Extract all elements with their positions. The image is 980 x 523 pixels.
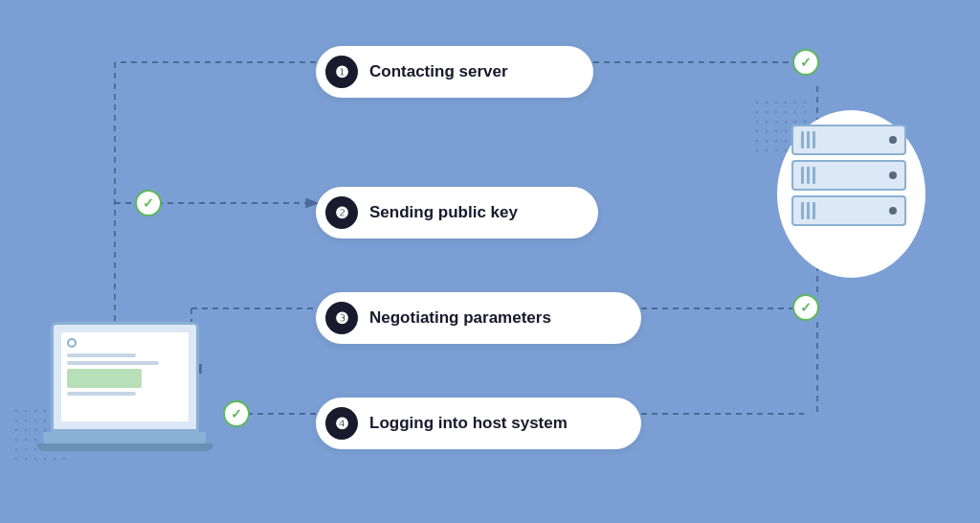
- step-4-box: ❹ Logging into host system: [316, 398, 641, 449]
- rack-bar: [813, 202, 815, 219]
- step-4-label: Logging into host system: [369, 414, 568, 433]
- rack-bar: [807, 202, 810, 219]
- screen-content: [61, 332, 189, 421]
- server-rack-3: [791, 195, 906, 226]
- laptop-screen: [51, 322, 199, 432]
- rack-dot: [889, 136, 897, 144]
- server-racks: [791, 125, 906, 231]
- check-badge-4: [223, 400, 250, 427]
- check-badge-1: [792, 49, 819, 76]
- rack-bar: [801, 131, 804, 148]
- rack-bar: [801, 167, 804, 184]
- step-1-box: ❶ Contacting server: [316, 46, 593, 98]
- step-1-label: Contacting server: [369, 62, 508, 81]
- step-2-label: Sending public key: [369, 203, 518, 222]
- server-rack-2: [791, 160, 906, 191]
- screen-line: [67, 392, 137, 396]
- screen-circle: [67, 338, 77, 348]
- laptop-illustration: [29, 322, 220, 504]
- screen-box: [67, 369, 143, 388]
- server-rack-1: [791, 125, 906, 155]
- check-badge-3: [792, 294, 819, 321]
- screen-line: [67, 361, 160, 365]
- rack-bar: [813, 131, 815, 148]
- step-3-number: ❸: [325, 302, 358, 334]
- laptop-bottom: [36, 443, 213, 451]
- step-1-number: ❶: [325, 56, 358, 88]
- step-3-label: Negotiating parameters: [369, 308, 551, 328]
- rack-dot: [889, 207, 897, 215]
- rack-bar: [807, 131, 810, 148]
- rack-bar: [813, 167, 815, 184]
- rack-bar: [801, 202, 804, 219]
- diagram-container: ❶ Contacting server ❷ Sending public key…: [0, 0, 980, 523]
- rack-dot: [889, 171, 897, 179]
- step-4-number: ❹: [325, 407, 358, 440]
- server-illustration: [774, 96, 927, 287]
- step-2-box: ❷ Sending public key: [316, 187, 598, 239]
- screen-line: [67, 353, 137, 357]
- laptop-base: [43, 432, 206, 443]
- rack-bar: [807, 167, 810, 184]
- step-3-box: ❸ Negotiating parameters: [316, 292, 641, 344]
- step-2-number: ❷: [325, 196, 358, 229]
- check-badge-2: [135, 190, 162, 216]
